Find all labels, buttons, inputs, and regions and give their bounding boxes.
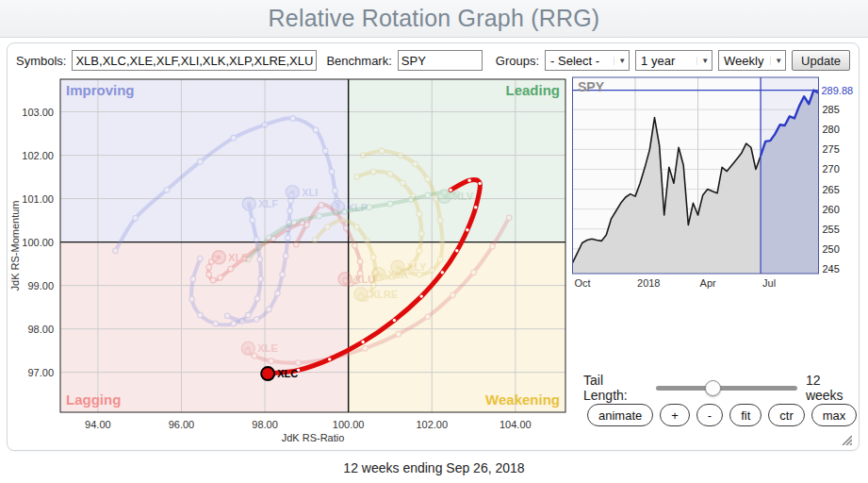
symbol-head-XLK[interactable] xyxy=(372,268,385,281)
x-tick-label: 100.00 xyxy=(333,419,365,430)
trail-point xyxy=(293,242,299,247)
symbol-label-XLI: XLI xyxy=(302,187,318,198)
symbols-input[interactable] xyxy=(72,50,317,71)
benchmark-input[interactable] xyxy=(398,50,483,71)
trail-point xyxy=(417,211,422,217)
y-tick-label: 103.00 xyxy=(22,107,54,118)
fit-button[interactable]: fit xyxy=(729,404,762,426)
trail-point xyxy=(224,313,230,319)
trail-point xyxy=(354,175,360,180)
trail-point xyxy=(164,188,170,193)
trail-point xyxy=(418,231,424,237)
x-tick-label: 96.00 xyxy=(169,419,195,430)
symbol-head-XLC[interactable] xyxy=(261,367,274,380)
symbol-label-XLC: XLC xyxy=(277,368,298,379)
animate-button[interactable]: animate xyxy=(587,404,653,426)
trail-point xyxy=(280,272,286,277)
period-select[interactable]: 1 year ▼ xyxy=(635,50,712,71)
rrg-widget-card: Symbols: Benchmark: Groups: - Select - ▼… xyxy=(7,42,860,451)
spy-x-tick-label: Oct xyxy=(575,277,591,289)
tail-length-slider[interactable] xyxy=(656,386,797,391)
trail-point xyxy=(429,268,434,274)
trail-point xyxy=(437,218,443,224)
spy-title: SPY xyxy=(578,79,605,94)
trail-point xyxy=(357,258,363,264)
trail-point xyxy=(296,360,302,366)
resize-handle-icon[interactable] xyxy=(840,433,852,445)
spy-x-tick-label: Jul xyxy=(762,277,776,289)
trail-point xyxy=(328,358,331,360)
trail-point xyxy=(440,240,446,245)
trail-point xyxy=(267,307,272,312)
spy-y-tick-label: 260 xyxy=(823,204,840,215)
symbol-head-XLI[interactable] xyxy=(286,186,299,199)
page-title: Relative Rotation Graph (RRG) xyxy=(269,5,600,32)
trail-point xyxy=(367,205,372,210)
trail-point xyxy=(246,257,252,262)
trail-point xyxy=(231,321,237,326)
trail-point xyxy=(370,255,376,260)
y-tick-label: 98.00 xyxy=(27,324,54,335)
groups-select[interactable]: - Select - ▼ xyxy=(545,50,630,71)
symbol-head-XLY[interactable] xyxy=(391,260,404,274)
trail-point xyxy=(218,275,223,281)
max-button[interactable]: max xyxy=(811,404,858,426)
trail-point xyxy=(190,276,196,282)
symbol-head-XLV[interactable] xyxy=(438,190,451,203)
trail-point xyxy=(291,220,297,225)
trail-point xyxy=(246,312,252,318)
trail-point xyxy=(228,266,234,272)
frequency-select-value: Weekly xyxy=(724,54,763,68)
trail-point xyxy=(213,321,219,326)
trail-point xyxy=(312,237,318,242)
zoom-out-button[interactable]: - xyxy=(696,404,723,426)
date-range-caption: 12 weeks ending Sep 26, 2018 xyxy=(0,460,868,475)
symbol-head-XLE[interactable] xyxy=(241,341,254,355)
trail-point xyxy=(467,179,470,182)
spy-x-tick-label: 2018 xyxy=(637,277,660,289)
trail-point xyxy=(206,264,212,270)
trail-point xyxy=(113,248,119,254)
spy-y-tick-label: 250 xyxy=(823,243,840,255)
spy-price-chart[interactable]: SPY289.88245250255260265270275280285Oct2… xyxy=(572,75,860,294)
quadrant-leading xyxy=(349,79,565,242)
frequency-select[interactable]: Weekly ▼ xyxy=(718,50,786,71)
trail-point xyxy=(441,271,444,274)
trail-point xyxy=(450,292,456,298)
spy-y-tick-label: 255 xyxy=(823,224,840,235)
trail-point xyxy=(417,248,422,254)
x-tick-label: 98.00 xyxy=(252,419,278,430)
rrg-chart[interactable]: ImprovingLeadingLaggingWeakening94.0096.… xyxy=(8,75,573,453)
symbol-head-XLB[interactable] xyxy=(212,251,225,264)
app-header: Relative Rotation Graph (RRG) xyxy=(0,0,868,38)
trail-point xyxy=(474,206,477,208)
symbol-head-XLF[interactable] xyxy=(242,197,255,210)
update-button[interactable]: Update xyxy=(792,50,850,71)
trail-point xyxy=(322,148,328,154)
trail-point xyxy=(206,272,212,277)
tail-length-value: 12 weeks xyxy=(806,373,859,403)
slider-thumb[interactable] xyxy=(705,380,721,396)
trail-point xyxy=(198,159,204,165)
y-tick-label: 102.00 xyxy=(22,150,54,161)
zoom-in-button[interactable]: + xyxy=(660,404,690,426)
symbol-label-XLRE: XLRE xyxy=(370,289,398,300)
trail-point xyxy=(333,188,338,193)
y-tick-label: 101.00 xyxy=(22,193,54,205)
trail-point xyxy=(352,242,357,248)
center-button[interactable]: ctr xyxy=(768,404,804,426)
symbol-head-XLU[interactable] xyxy=(338,273,352,286)
trail-point xyxy=(478,182,481,185)
trail-point xyxy=(304,222,310,227)
trail-point xyxy=(363,346,368,352)
trail-point xyxy=(339,218,345,224)
trail-point xyxy=(370,169,376,175)
trail-point xyxy=(317,213,322,219)
chevron-down-icon: ▼ xyxy=(696,57,709,65)
groups-select-value: - Select - xyxy=(550,54,599,68)
symbol-head-XLRE[interactable] xyxy=(354,288,368,301)
trail-point xyxy=(400,180,405,186)
spy-y-tick-label: 245 xyxy=(823,263,840,275)
trail-point xyxy=(360,153,366,158)
symbol-label-XLE: XLE xyxy=(257,342,277,354)
